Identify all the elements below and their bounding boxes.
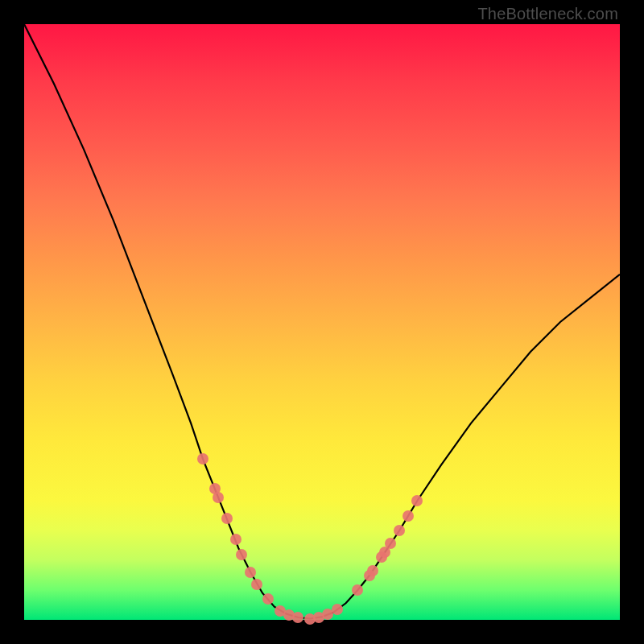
highlight-dot (402, 510, 414, 522)
highlight-dot (236, 549, 247, 560)
highlight-dot (230, 534, 242, 545)
highlight-dot (411, 495, 423, 506)
highlight-dot (213, 492, 224, 503)
highlight-dot (352, 584, 363, 596)
highlight-dot (245, 567, 256, 578)
highlight-dot (367, 565, 378, 576)
highlight-dot (332, 604, 343, 615)
highlight-dot (197, 453, 208, 464)
highlight-dot (262, 593, 274, 605)
highlight-dot (251, 579, 262, 590)
dots-layer (24, 24, 620, 620)
watermark-text: TheBottleneck.com (477, 5, 618, 23)
highlight-dot (385, 538, 396, 549)
highlight-dot (292, 612, 303, 623)
highlight-dot (394, 525, 405, 536)
chart-area (24, 24, 620, 620)
highlight-dot (221, 513, 233, 524)
